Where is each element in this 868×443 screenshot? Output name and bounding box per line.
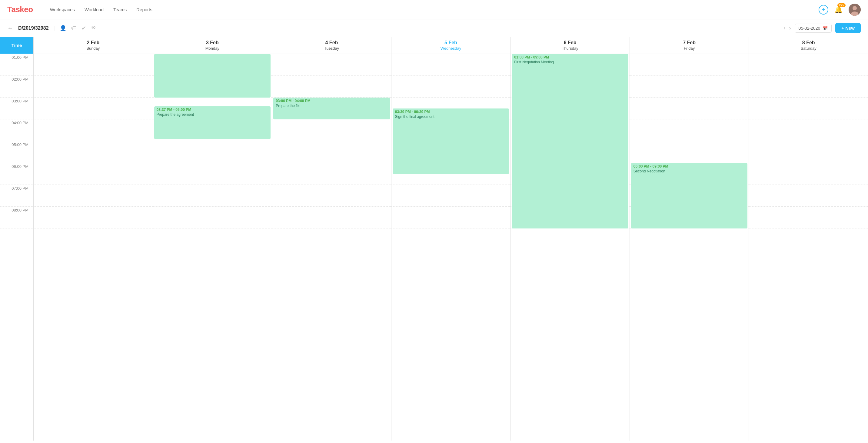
event-time-evt6: 06:00 PM - 09:00 PM — [633, 164, 745, 168]
nav-workload[interactable]: Workload — [85, 7, 104, 12]
grid-slot-6-1 — [749, 76, 868, 98]
day-col-3: 03:39 PM - 06:39 PMSign the final agreem… — [391, 54, 510, 441]
date-picker[interactable]: 05-02-2020 📅 — [795, 24, 832, 33]
event-evt4[interactable]: 03:39 PM - 06:39 PMSign the final agreem… — [393, 108, 509, 174]
nav-reports[interactable]: Reports — [136, 7, 152, 12]
time-header: Time — [0, 37, 33, 54]
day-header-4: 6 FebThursday — [510, 37, 629, 54]
app-logo[interactable]: Taskeo — [7, 5, 33, 14]
grid-slot-2-6 — [272, 185, 391, 207]
grid-slot-6-4 — [749, 141, 868, 163]
day-num-0: 2 Feb — [87, 40, 99, 45]
grid-slot-6-6 — [749, 185, 868, 207]
grid-slot-1-7 — [153, 207, 272, 228]
day-name-6: Saturday — [801, 46, 816, 51]
time-slot-6: 07:00 PM — [0, 185, 33, 207]
day-header-3: 5 FebWednesday — [391, 37, 510, 54]
grid-slot-6-3 — [749, 119, 868, 141]
day-col-4: 01:00 PM - 09:00 PMFirst Negotation Meet… — [510, 54, 629, 441]
event-evt3[interactable]: 03:00 PM - 04:00 PMPrepare the file — [273, 98, 390, 119]
time-slot-7: 08:00 PM — [0, 207, 33, 228]
day-col-6 — [749, 54, 868, 441]
back-button[interactable]: ← — [7, 25, 13, 32]
person-icon[interactable]: 👤 — [60, 25, 66, 32]
grid-slot-5-0 — [630, 54, 749, 76]
day-num-5: 7 Feb — [683, 40, 695, 45]
grid-slot-0-5 — [34, 163, 153, 185]
day-num-1: 3 Feb — [206, 40, 219, 45]
day-header-0: 2 FebSunday — [33, 37, 153, 54]
calendar-body: 01:00 PM02:00 PM03:00 PM04:00 PM05:00 PM… — [0, 54, 868, 441]
grid-slot-5-2 — [630, 98, 749, 119]
grid-slot-0-7 — [34, 207, 153, 228]
grid-slot-6-7 — [749, 207, 868, 228]
day-name-2: Tuesday — [324, 46, 339, 51]
grid-slot-1-5 — [153, 163, 272, 185]
day-name-3: Wednesday — [440, 46, 461, 51]
day-name-4: Thursday — [562, 46, 578, 51]
calendar-icon: 📅 — [823, 26, 828, 31]
grid-slot-0-1 — [34, 76, 153, 98]
grid-slot-2-0 — [272, 54, 391, 76]
user-avatar[interactable] — [848, 4, 861, 16]
notifications-button[interactable]: 🔔 225 — [834, 6, 842, 13]
day-header-6: 8 FebSaturday — [749, 37, 868, 54]
grid-slot-0-2 — [34, 98, 153, 119]
nav-workspaces[interactable]: Workspaces — [50, 7, 75, 12]
day-name-1: Monday — [206, 46, 219, 51]
grid-slot-1-6 — [153, 185, 272, 207]
grid-slot-0-0 — [34, 54, 153, 76]
project-id: D/2019/32982 — [18, 26, 49, 31]
event-time-evt3: 03:00 PM - 04:00 PM — [276, 99, 388, 103]
calendar: Time 2 FebSunday3 FebMonday4 FebTuesday5… — [0, 37, 868, 441]
add-button[interactable]: + — [818, 5, 828, 14]
subheader: ← D/2019/32982 | 👤 🏷 ✔ 👁 ‹ › 05-02-2020 … — [0, 20, 868, 37]
grid-slot-1-4 — [153, 141, 272, 163]
new-button[interactable]: + New — [835, 23, 861, 33]
day-name-0: Sunday — [86, 46, 100, 51]
event-time-evt2: 03:37 PM - 05:00 PM — [157, 107, 269, 112]
event-evt6[interactable]: 06:00 PM - 09:00 PMSecond Negotiation — [631, 163, 748, 228]
next-week-button[interactable]: › — [789, 25, 791, 31]
day-col-0 — [33, 54, 153, 441]
day-col-2: 03:00 PM - 04:00 PMPrepare the file — [272, 54, 391, 441]
event-time-evt4: 03:39 PM - 06:39 PM — [395, 110, 507, 114]
nav-teams[interactable]: Teams — [113, 7, 127, 12]
notification-badge: 225 — [837, 3, 845, 7]
eye-icon[interactable]: 👁 — [91, 25, 96, 31]
prev-week-button[interactable]: ‹ — [784, 25, 785, 31]
separator: | — [54, 26, 55, 31]
day-num-3: 5 Feb — [444, 40, 457, 45]
day-header-row: Time 2 FebSunday3 FebMonday4 FebTuesday5… — [0, 37, 868, 54]
date-value: 05-02-2020 — [799, 26, 820, 31]
check-icon[interactable]: ✔ — [82, 25, 86, 32]
day-num-4: 6 Feb — [564, 40, 577, 45]
tag-icon[interactable]: 🏷 — [71, 25, 76, 31]
grid-slot-0-3 — [34, 119, 153, 141]
subheader-right: ‹ › 05-02-2020 📅 + New — [784, 23, 861, 33]
grid-slot-5-4 — [630, 141, 749, 163]
event-evt1[interactable] — [154, 54, 271, 98]
time-slot-4: 05:00 PM — [0, 141, 33, 163]
grid-slot-5-3 — [630, 119, 749, 141]
time-slot-3: 04:00 PM — [0, 119, 33, 141]
event-title-evt5: First Negotation Meeting — [514, 60, 626, 64]
grid-slot-3-6 — [392, 185, 510, 207]
time-slot-1: 02:00 PM — [0, 76, 33, 98]
time-column: 01:00 PM02:00 PM03:00 PM04:00 PM05:00 PM… — [0, 54, 33, 441]
grid-slot-6-2 — [749, 98, 868, 119]
event-evt2[interactable]: 03:37 PM - 05:00 PMPrepare the agreement — [154, 106, 271, 139]
grid-slot-2-4 — [272, 141, 391, 163]
event-evt5[interactable]: 01:00 PM - 09:00 PMFirst Negotation Meet… — [512, 54, 628, 228]
grid-slot-2-5 — [272, 163, 391, 185]
event-title-evt6: Second Negotiation — [633, 169, 745, 173]
day-num-2: 4 Feb — [326, 40, 338, 45]
day-header-2: 4 FebTuesday — [272, 37, 391, 54]
grid-slot-2-7 — [272, 207, 391, 228]
time-slot-5: 06:00 PM — [0, 163, 33, 185]
grid-slot-3-1 — [392, 76, 510, 98]
grid-slot-6-0 — [749, 54, 868, 76]
day-num-6: 8 Feb — [802, 40, 815, 45]
event-time-evt5: 01:00 PM - 09:00 PM — [514, 55, 626, 59]
grid-slot-3-0 — [392, 54, 510, 76]
